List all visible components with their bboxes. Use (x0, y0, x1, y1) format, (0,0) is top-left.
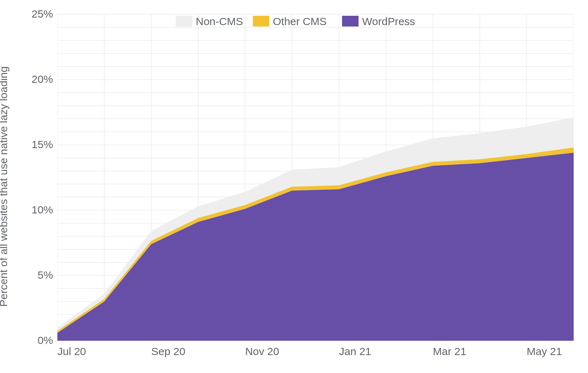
plot-area: Jul 20Sep 20Nov 20Jan 21Mar 21May 21Non-… (57, 11, 574, 341)
x-tick-label: Mar 21 (433, 345, 466, 357)
legend-label: Other CMS (273, 15, 327, 27)
y-tick-label: 20% (32, 73, 53, 85)
x-tick-label: Nov 20 (245, 345, 279, 357)
legend-swatch (253, 16, 269, 27)
y-tick-label: 5% (38, 269, 53, 281)
chart-svg: Jul 20Sep 20Nov 20Jan 21Mar 21May 21Non-… (57, 11, 574, 359)
x-tick-label: Sep 20 (151, 345, 185, 357)
x-tick-label: Jul 20 (57, 345, 86, 357)
y-tick-label: 0% (38, 334, 53, 346)
legend-label: Non-CMS (196, 15, 243, 27)
y-tick-label: 10% (32, 204, 53, 216)
y-axis-label: Percent of all websites that use native … (0, 66, 10, 307)
y-tick-label: 25% (32, 8, 53, 20)
x-tick-label: May 21 (527, 345, 562, 357)
legend-label: WordPress (362, 15, 415, 27)
x-tick-label: Jan 21 (339, 345, 371, 357)
y-tick-label: 15% (32, 138, 53, 151)
legend-swatch (342, 16, 359, 27)
chart-container: Percent of all websites that use native … (7, 7, 581, 366)
legend: Non-CMSOther CMSWordPress (176, 15, 415, 27)
legend-swatch (176, 16, 192, 27)
